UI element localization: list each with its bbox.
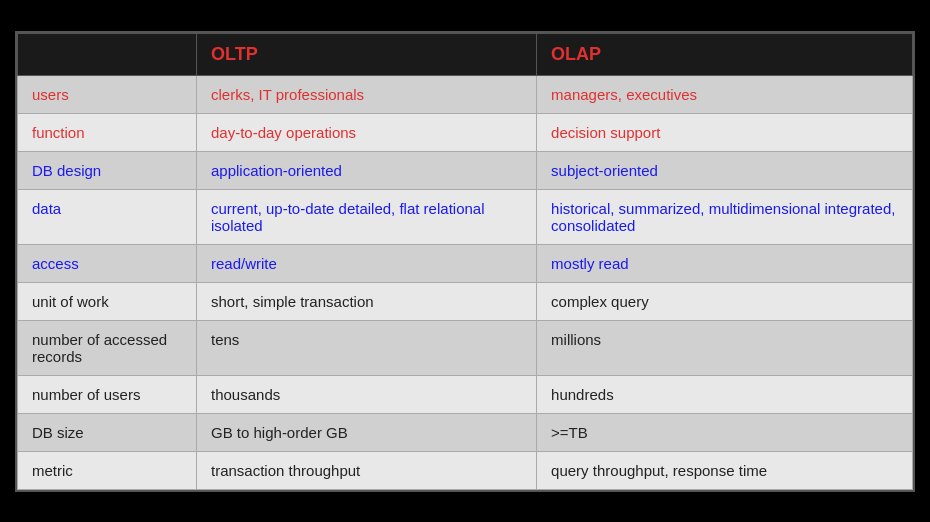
row-col3: subject-oriented: [537, 151, 913, 189]
row-col3: query throughput, response time: [537, 451, 913, 489]
table-row: unit of workshort, simple transactioncom…: [18, 282, 913, 320]
row-col2: transaction throughput: [197, 451, 537, 489]
row-col3: mostly read: [537, 244, 913, 282]
row-col2: tens: [197, 320, 537, 375]
row-col2: thousands: [197, 375, 537, 413]
oltp-olap-table: OLTP OLAP usersclerks, IT professionalsm…: [17, 33, 913, 490]
comparison-table-wrapper: OLTP OLAP usersclerks, IT professionalsm…: [15, 31, 915, 492]
row-col3: historical, summarized, multidimensional…: [537, 189, 913, 244]
header-empty: [18, 33, 197, 75]
table-row: functionday-to-day operationsdecision su…: [18, 113, 913, 151]
row-label: DB design: [18, 151, 197, 189]
row-label: data: [18, 189, 197, 244]
table-row: number of accessed recordstensmillions: [18, 320, 913, 375]
table-header-row: OLTP OLAP: [18, 33, 913, 75]
row-label: DB size: [18, 413, 197, 451]
row-label: unit of work: [18, 282, 197, 320]
row-col2: clerks, IT professionals: [197, 75, 537, 113]
row-col3: hundreds: [537, 375, 913, 413]
header-oltp: OLTP: [197, 33, 537, 75]
row-col2: read/write: [197, 244, 537, 282]
row-col3: decision support: [537, 113, 913, 151]
row-label: number of accessed records: [18, 320, 197, 375]
row-col2: application-oriented: [197, 151, 537, 189]
row-col3: >=TB: [537, 413, 913, 451]
row-label: users: [18, 75, 197, 113]
header-olap: OLAP: [537, 33, 913, 75]
row-label: access: [18, 244, 197, 282]
table-row: datacurrent, up-to-date detailed, flat r…: [18, 189, 913, 244]
row-label: metric: [18, 451, 197, 489]
row-col2: short, simple transaction: [197, 282, 537, 320]
row-col3: managers, executives: [537, 75, 913, 113]
table-row: DB sizeGB to high-order GB>=TB: [18, 413, 913, 451]
row-col2: current, up-to-date detailed, flat relat…: [197, 189, 537, 244]
table-row: metrictransaction throughputquery throug…: [18, 451, 913, 489]
row-col3: millions: [537, 320, 913, 375]
row-col2: day-to-day operations: [197, 113, 537, 151]
row-label: function: [18, 113, 197, 151]
row-col3: complex query: [537, 282, 913, 320]
table-row: DB designapplication-orientedsubject-ori…: [18, 151, 913, 189]
row-col2: GB to high-order GB: [197, 413, 537, 451]
table-row: usersclerks, IT professionalsmanagers, e…: [18, 75, 913, 113]
table-row: number of usersthousandshundreds: [18, 375, 913, 413]
table-row: accessread/writemostly read: [18, 244, 913, 282]
row-label: number of users: [18, 375, 197, 413]
